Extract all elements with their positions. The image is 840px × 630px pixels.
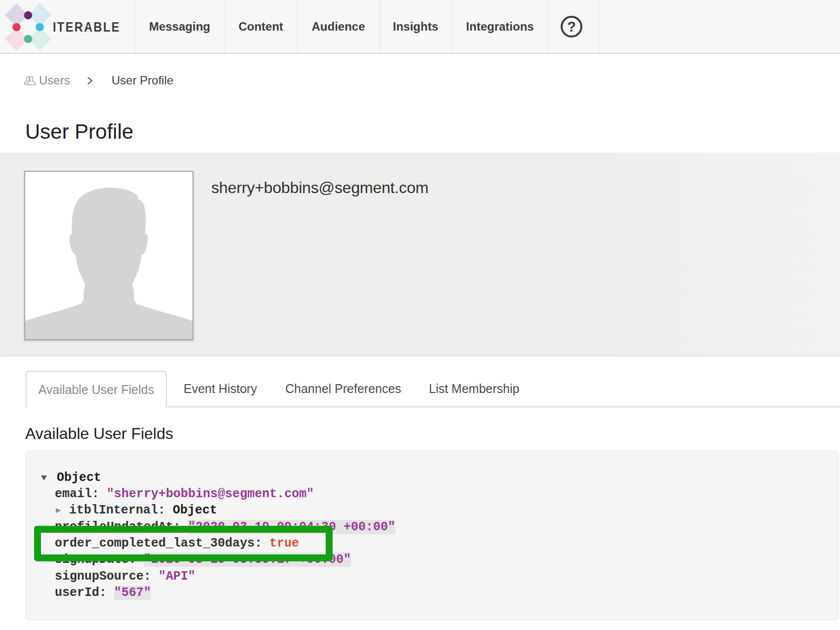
svg-text:?: ? bbox=[567, 19, 576, 35]
